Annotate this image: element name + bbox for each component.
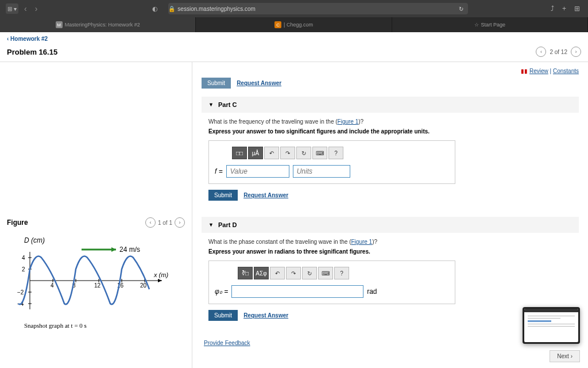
part-d-header[interactable]: ▼ Part D <box>202 217 579 233</box>
keyboard-button[interactable]: ⌨ <box>318 267 333 279</box>
undo-button[interactable]: ↶ <box>264 147 279 159</box>
var-label: φ₀ = <box>215 288 228 296</box>
submit-button-prev[interactable]: Submit <box>202 78 231 89</box>
figure-title: Figure <box>7 218 28 227</box>
tab-chegg[interactable]: C| Chegg.com <box>196 17 392 32</box>
pip-thumbnail[interactable] <box>523 307 580 344</box>
svg-marker-24 <box>111 247 116 252</box>
figure-graph: D (cm) 4 2 −2 −4 4 8 12 16 20 x (m) 24 m… <box>7 235 173 321</box>
phi-input[interactable] <box>231 285 363 298</box>
tabs-icon[interactable]: ⊞ <box>572 5 582 13</box>
tab-start[interactable]: ☆Start Page <box>392 17 588 32</box>
reset-button[interactable]: ↻ <box>302 267 317 279</box>
tab-icon: M <box>56 21 63 28</box>
svg-text:4: 4 <box>22 255 25 261</box>
part-title: Part D <box>218 221 237 228</box>
fig-next[interactable]: › <box>175 217 185 228</box>
forward-button[interactable]: › <box>33 4 40 13</box>
url-text: session.masteringphysics.com <box>177 6 256 12</box>
help-button[interactable]: ? <box>334 267 349 279</box>
part-d-question: What is the phase constant of the travel… <box>208 239 572 245</box>
collapse-icon: ▼ <box>208 222 214 228</box>
part-d-instruction: Express your answer in radians to three … <box>208 248 572 255</box>
svg-marker-2 <box>158 279 162 282</box>
submit-button-c[interactable]: Submit <box>208 190 238 201</box>
svg-text:x (m): x (m) <box>153 271 168 278</box>
template-button[interactable]: □□ <box>232 147 247 159</box>
new-tab-icon[interactable]: + <box>560 5 568 13</box>
problem-title: Problem 16.15 <box>7 48 57 56</box>
var-label: f = <box>215 167 223 175</box>
problem-pager: ‹ 2 of 12 › <box>536 47 581 57</box>
shield-icon[interactable]: ◐ <box>150 3 160 14</box>
fig-prev[interactable]: ‹ <box>145 217 156 228</box>
review-link[interactable]: Review <box>529 68 548 74</box>
submit-button-d[interactable]: Submit <box>208 310 238 321</box>
figure-link[interactable]: Figure 1 <box>351 239 372 245</box>
svg-text:D (cm): D (cm) <box>24 236 45 244</box>
part-c-instruction: Express your answer to two significant f… <box>208 128 572 135</box>
answer-box-c: □□ μÅ ↶ ↷ ↻ ⌨ ? f = <box>208 140 455 184</box>
units-button[interactable]: μÅ <box>248 147 263 159</box>
svg-text:12: 12 <box>94 282 101 289</box>
part-c-header[interactable]: ▼ Part C <box>202 97 579 113</box>
provide-feedback-link[interactable]: Provide Feedback <box>202 340 250 346</box>
request-answer-link[interactable]: Request Answer <box>237 80 281 86</box>
share-icon[interactable]: ⤴ <box>548 5 556 13</box>
redo-button[interactable]: ↷ <box>286 267 301 279</box>
figure-pager: ‹ 1 of 1 › <box>145 217 185 228</box>
sidebar-toggle[interactable]: ⊞ ▾ <box>6 3 18 14</box>
unit-label: rad <box>367 288 377 296</box>
top-links: ▮▮ Review | Constants <box>202 68 579 74</box>
part-c-question: What is the frequency of the traveling w… <box>208 118 572 125</box>
next-problem[interactable]: › <box>571 47 581 57</box>
svg-text:2: 2 <box>22 266 25 273</box>
constants-link[interactable]: Constants <box>553 68 579 74</box>
units-input[interactable] <box>293 165 350 178</box>
value-input[interactable] <box>226 165 289 178</box>
help-button[interactable]: ? <box>328 147 343 159</box>
request-answer-c[interactable]: Request Answer <box>243 192 288 198</box>
request-answer-d[interactable]: Request Answer <box>243 312 288 319</box>
prev-problem[interactable]: ‹ <box>536 47 546 57</box>
part-title: Part C <box>218 101 237 108</box>
back-button[interactable]: ‹ <box>22 4 29 13</box>
reload-icon[interactable]: ↻ <box>459 6 463 12</box>
svg-text:24 m/s: 24 m/s <box>119 246 140 254</box>
reset-button[interactable]: ↻ <box>296 147 311 159</box>
tab-label: Start Page <box>481 22 506 28</box>
star-icon: ☆ <box>474 22 479 28</box>
next-button[interactable]: Next › <box>550 350 580 362</box>
tab-icon: C <box>274 21 281 28</box>
greek-button[interactable]: ΑΣφ <box>254 267 269 279</box>
tab-label: MasteringPhysics: Homework #2 <box>65 22 140 28</box>
svg-text:20: 20 <box>140 282 147 289</box>
address-bar[interactable]: 🔒 session.masteringphysics.com ↻ <box>168 3 468 14</box>
undo-button[interactable]: ↶ <box>270 267 285 279</box>
svg-text:−2: −2 <box>17 289 24 296</box>
pager-text: 2 of 12 <box>550 49 567 55</box>
figure-link[interactable]: Figure 1 <box>338 118 359 125</box>
tab-mastering[interactable]: MMasteringPhysics: Homework #2 <box>0 17 196 32</box>
tab-label: | Chegg.com <box>284 22 313 28</box>
template-button[interactable]: ∛□ <box>238 267 253 279</box>
lock-icon: 🔒 <box>168 6 175 12</box>
flag-icon[interactable]: ▮▮ <box>521 68 528 74</box>
answer-box-d: ∛□ ΑΣφ ↶ ↷ ↻ ⌨ ? φ₀ = rad <box>208 260 455 304</box>
collapse-icon: ▼ <box>208 102 214 108</box>
tab-bar: MMasteringPhysics: Homework #2 C| Chegg.… <box>0 17 588 32</box>
figure-caption: Snapshot graph at t = 0 s <box>7 322 185 329</box>
svg-text:4: 4 <box>51 282 54 289</box>
browser-toolbar: ⊞ ▾ ‹ › ◐ 🔒 session.masteringphysics.com… <box>0 0 588 17</box>
keyboard-button[interactable]: ⌨ <box>312 147 327 159</box>
breadcrumb[interactable]: ‹ Homework #2 <box>0 32 588 45</box>
redo-button[interactable]: ↷ <box>280 147 295 159</box>
